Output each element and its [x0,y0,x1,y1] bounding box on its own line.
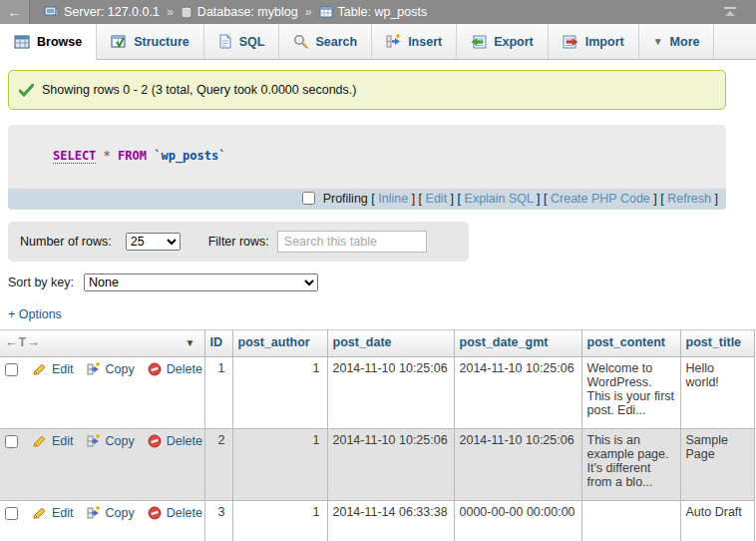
copy-icon [87,506,101,520]
filter-rows-input[interactable] [277,231,427,253]
column-header-post-date-gmt[interactable]: post_date_gmt [454,330,581,357]
back-arrow-icon: ← [8,4,22,20]
filter-rows-label: Filter rows: [208,235,269,249]
status-message: Showing rows 0 - 2 (3 total, Query took … [8,70,726,110]
tab-structure[interactable]: Structure [97,24,204,59]
inline-link[interactable]: Inline [378,192,408,206]
cell-post-date-gmt: 0000-00-00 00:00:00 [454,501,581,541]
cell-post-date: 2014-11-14 06:33:38 [327,501,454,541]
tab-label: Search [315,35,357,49]
cell-post-author: 1 [232,501,327,541]
tab-label: Structure [134,35,189,49]
tab-label: More [670,35,700,49]
table-row: Edit Copy Delete 1 1 2014-11-10 10:25:06… [0,357,754,429]
delete-icon [148,362,162,376]
sort-caret-icon[interactable]: ▼ [186,337,195,348]
breadcrumb: Server: 127.0.0.1 » Database: myblog » T… [30,5,427,19]
tab-import[interactable]: Import [549,24,639,59]
tab-insert[interactable]: Insert [372,24,457,59]
insert-icon [386,34,401,49]
edit-query-link[interactable]: Edit [426,192,448,206]
cell-post-author: 1 [232,357,327,429]
bracket: [ [458,192,461,206]
bracket: ] [537,192,540,206]
delete-link[interactable]: Delete [167,362,202,376]
tab-sql[interactable]: SQL [204,24,280,59]
bracket: ] [715,192,718,206]
options-toggle-link[interactable]: + Options [8,307,62,321]
cell-post-date-gmt: 2014-11-10 10:25:06 [454,357,581,429]
column-header-post-content[interactable]: post_content [581,330,680,357]
create-php-code-link[interactable]: Create PHP Code [551,192,650,206]
search-icon [293,34,308,49]
tab-strip: Browse Structure SQL Search Insert Expor… [0,24,756,60]
cell-post-title: Auto Draft [680,501,754,541]
edit-pencil-icon [32,363,47,376]
edit-link[interactable]: Edit [52,362,74,376]
copy-link[interactable]: Copy [106,434,135,448]
tab-search[interactable]: Search [279,24,372,59]
column-header-post-author[interactable]: post_author [232,330,327,357]
tab-export[interactable]: Export [457,24,549,59]
row-checkbox[interactable] [5,363,18,376]
cell-id: 2 [204,429,232,501]
menu-collapse-button[interactable]: ← [0,0,30,24]
sql-query-box: SELECT * FROM `wp_posts` Profiling [ Inl… [8,125,726,210]
edit-link[interactable]: Edit [52,434,74,448]
breadcrumb-database[interactable]: Database: myblog [197,5,298,19]
cell-post-author: 1 [232,429,327,501]
copy-link[interactable]: Copy [106,506,135,520]
breadcrumb-table[interactable]: Table: wp_posts [338,5,428,19]
sql-table-ref: `wp_posts` [154,149,225,163]
structure-icon [111,35,127,49]
rows-control-panel: Number of rows: 25 Filter rows: [8,222,469,262]
bracket: [ [544,192,547,206]
sort-by-key-select[interactable]: None [84,273,318,291]
copy-link[interactable]: Copy [106,362,135,376]
profiling-checkbox[interactable] [302,192,315,205]
bracket: ] [412,192,415,206]
edit-pencil-icon [32,507,47,520]
row-checkbox[interactable] [5,435,18,448]
cell-post-date-gmt: 2014-11-10 10:25:06 [454,429,581,501]
table-row: Edit Copy Delete 3 1 2014-11-14 06:33:38… [0,501,754,541]
explain-sql-link[interactable]: Explain SQL [465,192,534,206]
browse-icon [14,35,30,49]
tab-more[interactable]: ▼ More [639,24,715,59]
delete-icon [148,506,162,520]
delete-link[interactable]: Delete [167,506,202,520]
edit-link[interactable]: Edit [52,506,74,520]
database-icon [181,6,192,19]
breadcrumb-separator: » [305,5,312,19]
cell-post-content: Welcome to WordPress. This is your first… [581,357,680,429]
actions-header[interactable]: ←T→ ▼ [0,330,204,357]
tab-label: SQL [239,35,265,49]
tab-label: Import [585,35,624,49]
sort-by-key-label: Sort by key: [8,275,74,289]
delete-link[interactable]: Delete [167,434,202,448]
refresh-link[interactable]: Refresh [667,192,711,206]
table-icon [319,6,333,19]
breadcrumb-server[interactable]: Server: 127.0.0.1 [64,5,160,19]
bracket: ] [451,192,454,206]
delete-icon [148,434,162,448]
num-rows-select[interactable]: 25 [126,233,181,251]
success-check-icon [19,84,34,97]
status-message-text: Showing rows 0 - 2 (3 total, Query took … [42,83,356,97]
tab-label: Export [494,35,534,49]
scroll-top-icon[interactable] [722,6,738,18]
column-header-post-title[interactable]: post_title [680,330,754,357]
tab-browse[interactable]: Browse [0,24,97,60]
row-checkbox[interactable] [5,507,18,520]
header-row: ←T→ ▼ ID post_author post_date post_date… [0,330,754,357]
query-footer: Profiling [ Inline ] [ Edit ] [ Explain … [8,189,726,210]
sql-icon [218,34,232,49]
column-header-id[interactable]: ID [204,330,232,357]
copy-icon [87,434,101,448]
column-header-post-date[interactable]: post_date [327,330,454,357]
arrow-right-icon: → [27,335,41,349]
bracket: [ [660,192,663,206]
cell-post-date: 2014-11-10 10:25:06 [327,429,454,501]
transpose-control[interactable]: ←T→ [5,335,41,349]
sql-keyword-select: SELECT [53,149,96,164]
